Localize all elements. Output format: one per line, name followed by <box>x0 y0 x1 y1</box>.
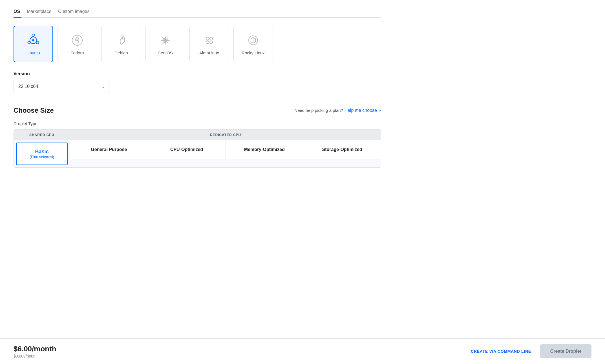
os-card-ubuntu[interactable]: Ubuntu <box>14 26 53 62</box>
tab-os[interactable]: OS <box>14 9 20 17</box>
svg-point-3 <box>36 41 39 44</box>
pricing-info: $6.00/month $0.009/hour <box>14 345 56 358</box>
help-link-label: Help me choose <box>344 108 377 113</box>
ubuntu-icon <box>26 33 41 48</box>
svg-marker-18 <box>167 39 169 41</box>
shared-cpu-header: SHARED CPU <box>14 130 70 140</box>
choose-size-header: Choose Size Need help picking a plan? He… <box>14 106 381 114</box>
cpu-optimized-option[interactable]: CPU-Optimized <box>148 140 226 159</box>
os-card-almalinux[interactable]: AlmaLinux <box>189 26 229 62</box>
create-via-command-line-link[interactable]: CREATE VIA COMMAND LINE <box>471 349 531 354</box>
svg-point-7 <box>32 39 34 41</box>
svg-point-21 <box>206 41 209 44</box>
storage-optimized-option[interactable]: Storage-Optimized <box>303 140 381 159</box>
version-label: Version <box>14 71 381 76</box>
droplet-type-grid: SHARED CPU Basic (Plan selected) DEDICAT… <box>14 129 381 168</box>
choose-size-title: Choose Size <box>14 106 54 114</box>
ubuntu-label: Ubuntu <box>27 50 40 55</box>
basic-plan-name: Basic <box>21 149 63 155</box>
os-tabs-indicator <box>14 17 21 18</box>
svg-point-9 <box>76 39 78 41</box>
dedicated-cpu-header: DEDICATED CPU <box>70 130 381 140</box>
version-select[interactable]: 22.10 x64 22.04 x64 20.04 x64 18.04 x64 <box>14 80 109 93</box>
droplet-type-label: Droplet Type <box>14 121 381 126</box>
centos-icon <box>158 33 173 48</box>
os-card-rocky-linux[interactable]: Rocky Linux <box>233 26 273 62</box>
svg-marker-15 <box>164 36 166 39</box>
external-link-icon: ↗ <box>378 108 381 113</box>
fedora-label: Fedora <box>70 50 84 55</box>
memory-optimized-option[interactable]: Memory-Optimized <box>226 140 304 159</box>
os-tabs-bar <box>14 17 381 18</box>
os-card-debian[interactable]: Debian <box>101 26 141 62</box>
svg-point-20 <box>210 37 213 40</box>
footer-actions: CREATE VIA COMMAND LINE Create Droplet <box>471 344 591 358</box>
version-select-wrapper: 22.10 x64 22.04 x64 20.04 x64 18.04 x64 … <box>14 80 109 93</box>
debian-icon <box>114 33 129 48</box>
price-main: $6.00/month <box>14 345 56 353</box>
rocky-linux-label: Rocky Linux <box>242 50 265 55</box>
os-options-grid: Ubuntu Fedora Debian <box>14 26 381 62</box>
help-me-choose-link[interactable]: Help me choose ↗ <box>344 108 381 113</box>
svg-marker-16 <box>164 42 166 44</box>
basic-plan-option[interactable]: Basic (Plan selected) <box>16 143 68 165</box>
svg-point-1 <box>32 34 35 36</box>
almalinux-label: AlmaLinux <box>199 50 219 55</box>
tab-custom-images[interactable]: Custom images <box>58 9 89 17</box>
os-card-fedora[interactable]: Fedora <box>58 26 97 62</box>
svg-line-5 <box>30 41 30 42</box>
fedora-icon <box>70 33 85 48</box>
dedicated-cpu-options: General Purpose CPU-Optimized Memory-Opt… <box>70 140 381 159</box>
svg-point-19 <box>206 37 209 40</box>
help-text: Need help picking a plan? <box>294 108 343 113</box>
debian-label: Debian <box>114 50 128 55</box>
centos-label: CentOS <box>158 50 173 55</box>
shared-cpu-column: SHARED CPU Basic (Plan selected) <box>14 130 70 167</box>
os-card-centos[interactable]: CentOS <box>145 26 185 62</box>
general-purpose-option[interactable]: General Purpose <box>70 140 148 159</box>
plan-selected-label: (Plan selected) <box>21 155 63 159</box>
svg-marker-17 <box>161 39 164 41</box>
tab-marketplace[interactable]: Marketplace <box>27 9 51 17</box>
footer-bar: $6.00/month $0.009/hour CREATE VIA COMMA… <box>0 338 605 364</box>
dedicated-cpu-column: DEDICATED CPU General Purpose CPU-Optimi… <box>70 130 381 167</box>
create-droplet-button[interactable]: Create Droplet <box>540 344 591 358</box>
price-hourly: $0.009/hour <box>14 354 56 358</box>
svg-line-6 <box>36 41 36 42</box>
version-section: Version 22.10 x64 22.04 x64 20.04 x64 18… <box>14 71 381 93</box>
help-text-container: Need help picking a plan? Help me choose… <box>294 108 381 113</box>
svg-point-22 <box>210 41 213 44</box>
os-tabs-container: OS Marketplace Custom images <box>14 9 381 17</box>
rocky-linux-icon <box>246 33 260 48</box>
almalinux-icon <box>202 33 217 48</box>
